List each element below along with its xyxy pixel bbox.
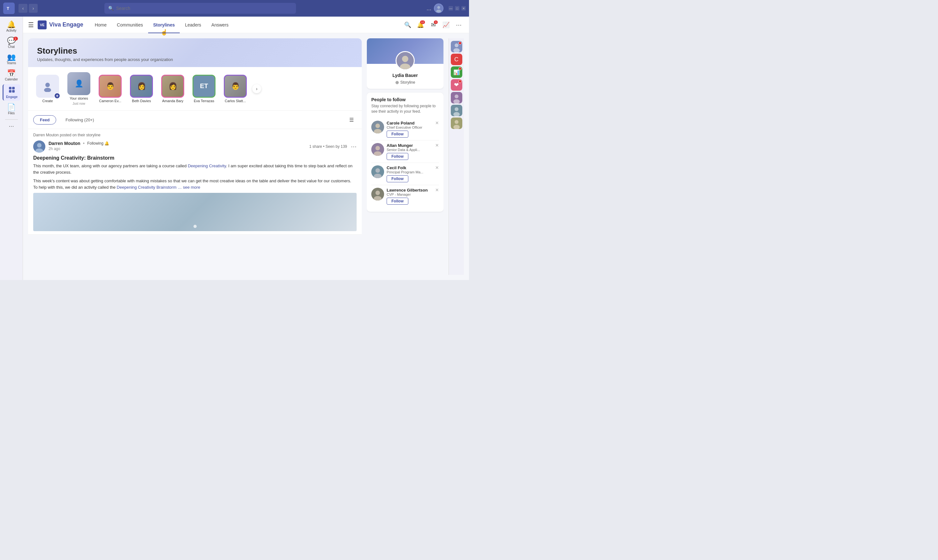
close-btn[interactable]: ✕ <box>461 6 466 11</box>
search-bar[interactable]: 🔍 <box>105 3 296 14</box>
svg-rect-5 <box>9 87 11 89</box>
post-card: Darren Mouton posted on their storyline <box>28 129 362 235</box>
cecil-follow-btn[interactable]: Follow <box>387 175 408 182</box>
your-stories-sublabel: Just now <box>72 102 85 105</box>
top-nav: ☰ VE Viva Engage Home Communities Storyl… <box>23 17 469 33</box>
nav-communities[interactable]: Communities <box>112 17 148 33</box>
sidebar-item-files[interactable]: 📄 Files <box>3 102 20 117</box>
svg-point-12 <box>44 88 51 92</box>
post-time: 2h ago <box>49 146 109 151</box>
cursor-icon: ☝ <box>161 29 168 36</box>
maximize-btn[interactable]: □ <box>455 6 460 11</box>
nav-arrows: ‹ › <box>18 4 38 13</box>
titlebar-dots[interactable]: ... <box>426 5 431 12</box>
far-right-user3[interactable] <box>451 105 462 116</box>
notifications-btn[interactable]: 🔔 12 <box>415 20 426 30</box>
right-panel: Lydia Bauer ⊕ Storyline People to follow… <box>367 38 443 275</box>
story-eva[interactable]: ET Eva Terrazas <box>190 75 218 103</box>
post-link-2[interactable]: Deepening Creativity Brainstorm <box>117 185 177 190</box>
messages-badge: 3 <box>434 20 438 24</box>
story-carlos[interactable]: 👨 Carlos Slatt... <box>221 75 250 103</box>
sidebar-item-activity[interactable]: 🔔 Activity <box>3 19 20 34</box>
minimize-btn[interactable]: — <box>449 6 453 11</box>
nav-answers[interactable]: Answers <box>206 17 234 33</box>
svg-point-38 <box>455 107 458 111</box>
far-right-user4[interactable] <box>451 117 462 129</box>
sidebar-item-engage[interactable]: Engage <box>3 84 20 101</box>
notifications-badge: 12 <box>420 20 425 24</box>
far-right-app1[interactable]: C <box>451 54 462 65</box>
story-beth[interactable]: 👩 Beth Davies <box>127 75 156 103</box>
story-create[interactable]: + Create <box>33 75 62 103</box>
post-more-btn[interactable]: ⋯ <box>351 143 357 150</box>
story-amanda[interactable]: 👩 Amanda Bary <box>158 75 187 103</box>
far-right-user1[interactable] <box>451 41 462 52</box>
filter-btn[interactable]: ☰ <box>346 115 357 125</box>
hamburger-menu[interactable]: ☰ <box>28 21 34 29</box>
more-btn[interactable]: ⋯ <box>454 20 464 30</box>
teams-logo: T <box>3 3 15 14</box>
back-arrow[interactable]: ‹ <box>18 4 28 13</box>
create-plus-icon: + <box>54 92 60 99</box>
profile-avatar <box>395 51 415 70</box>
profile-card-bg <box>367 38 443 64</box>
far-right-app3[interactable]: ❤ <box>451 79 462 91</box>
sidebar-more[interactable]: ··· <box>9 122 14 130</box>
dot-separator: • <box>83 140 85 146</box>
story-your-stories[interactable]: 👤 Your stories Just now <box>65 72 93 105</box>
lawrence-close-btn[interactable]: ✕ <box>435 188 439 192</box>
far-right-avatar-7 <box>451 117 462 129</box>
allan-follow-btn[interactable]: Follow <box>387 153 408 160</box>
nav-leaders[interactable]: Leaders <box>180 17 206 33</box>
user-avatar[interactable] <box>434 3 443 13</box>
messages-btn[interactable]: ✉ 3 <box>428 20 438 30</box>
feed-area: Storylines Updates, thoughts, and experi… <box>28 38 362 275</box>
cecil-close-btn[interactable]: ✕ <box>435 165 439 170</box>
your-stories-label: Your stories <box>69 97 88 101</box>
lawrence-follow-btn[interactable]: Follow <box>387 198 408 205</box>
pf-person-cecil: Cecil Folk Principal Program Ma... Follo… <box>371 163 439 185</box>
post-body: Darren Mouton • Following 🔔 2h ago <box>28 137 362 234</box>
allan-avatar <box>371 143 384 156</box>
post-title: Deepening Creativity: Brainstorm <box>33 155 357 161</box>
far-right-avatar-2: C <box>451 54 462 65</box>
cecil-info: Cecil Folk Principal Program Ma... Follo… <box>387 165 439 182</box>
tab-following[interactable]: Following (20+) <box>59 115 101 125</box>
search-input[interactable] <box>116 6 292 11</box>
calendar-icon: 📅 <box>7 70 15 77</box>
svg-point-23 <box>375 146 380 150</box>
sidebar-item-chat[interactable]: 💬 1 Chat <box>3 35 20 51</box>
story-cameron[interactable]: 👨 Cameron Ev... <box>96 75 125 103</box>
search-btn[interactable]: 🔍 <box>403 20 413 30</box>
pf-person-allan: Allan Munger Senior Data & Appli... Foll… <box>371 140 439 163</box>
svg-point-26 <box>375 168 380 173</box>
nav-storylines[interactable]: Storylines ☝ <box>148 17 180 33</box>
carole-follow-btn[interactable]: Follow <box>387 131 408 138</box>
far-right-user2[interactable] <box>451 92 462 103</box>
profile-storyline-link[interactable]: ⊕ Storyline <box>371 80 440 85</box>
post-link-1[interactable]: Deepening Creativity <box>188 163 226 168</box>
main-content: Storylines Updates, thoughts, and experi… <box>23 33 469 280</box>
tab-feed[interactable]: Feed <box>33 115 56 125</box>
carousel-next-btn[interactable]: › <box>252 84 261 93</box>
nav-home[interactable]: Home <box>90 17 112 33</box>
far-right-app2[interactable]: 📊 <box>451 66 462 78</box>
feed-tabs: Feed Following (20+) ☰ <box>28 111 362 129</box>
sidebar-item-calendar[interactable]: 📅 Calender <box>3 68 20 83</box>
filter-icon: ☰ <box>349 117 354 123</box>
files-icon: 📄 <box>7 104 15 111</box>
svg-point-3 <box>437 6 440 9</box>
analytics-btn[interactable]: 📈 <box>441 20 451 30</box>
carole-role: Chief Executive Officer <box>387 126 439 129</box>
carole-close-btn[interactable]: ✕ <box>435 121 439 125</box>
title-bar: T ‹ › 🔍 ... — □ ✕ <box>0 0 469 17</box>
sidebar-label-calendar: Calender <box>5 78 18 81</box>
pf-person-lawrence: Lawrence Gilbertson CVP - Manager Follow… <box>371 185 439 207</box>
sidebar-item-teams[interactable]: 👥 Teams <box>3 52 20 67</box>
forward-arrow[interactable]: › <box>29 4 38 13</box>
eva-avatar: ET <box>192 75 215 98</box>
search-icon: 🔍 <box>404 22 411 28</box>
allan-close-btn[interactable]: ✕ <box>435 143 439 148</box>
viva-logo-icon: VE <box>38 20 47 29</box>
image-dots <box>194 225 197 228</box>
